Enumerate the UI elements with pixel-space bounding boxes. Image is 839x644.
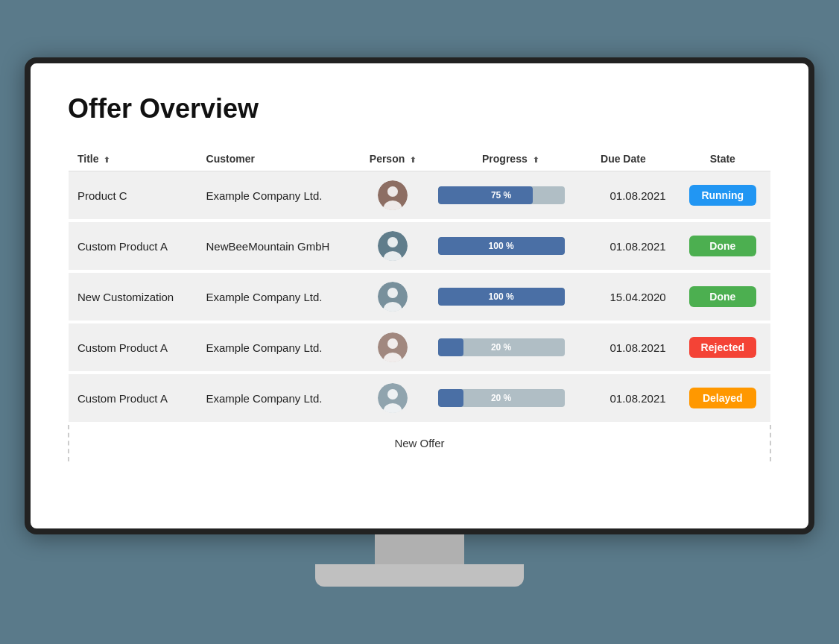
new-offer-row[interactable]: New Offer — [69, 423, 770, 463]
avatar — [378, 282, 408, 312]
col-title: Title ⬆ — [69, 147, 197, 171]
cell-person — [356, 322, 428, 373]
state-badge: Delayed — [689, 388, 756, 408]
cell-title: Custom Product A — [69, 221, 197, 271]
progress-label: 20 % — [491, 342, 511, 353]
col-person: Person ⬆ — [356, 147, 428, 171]
cell-due-date: 01.08.2021 — [592, 171, 675, 221]
cell-customer: Example Company Ltd. — [197, 322, 357, 373]
state-badge: Rejected — [689, 337, 756, 358]
progress-bar-container: 75 % — [438, 186, 565, 204]
cell-title: Custom Product A — [69, 322, 197, 373]
svg-point-7 — [387, 288, 398, 298]
cell-state: Rejected — [675, 322, 770, 373]
cell-title: New Customization — [69, 271, 197, 322]
progress-bar-fill — [438, 338, 463, 356]
cell-customer: Example Company Ltd. — [197, 373, 357, 423]
table-row[interactable]: Custom Product A Example Company Ltd. 20… — [69, 373, 770, 423]
table-row[interactable]: Custom Product A NewBeeMountain GmbH 100… — [69, 221, 770, 271]
progress-label: 100 % — [489, 291, 514, 302]
progress-bar-container: 20 % — [438, 389, 565, 407]
col-customer: Customer — [197, 147, 357, 171]
cell-state: Done — [675, 221, 770, 271]
cell-progress: 100 % — [429, 271, 592, 322]
cell-progress: 100 % — [429, 221, 592, 271]
sort-icon-person: ⬆ — [410, 156, 416, 164]
monitor-stand-base — [315, 564, 524, 587]
cell-customer: NewBeeMountain GmbH — [197, 221, 357, 271]
cell-customer: Example Company Ltd. — [197, 171, 357, 221]
table-row[interactable]: Product C Example Company Ltd. 75 % 01.0… — [69, 171, 770, 221]
cell-progress: 20 % — [429, 373, 592, 423]
sort-icon-title: ⬆ — [104, 156, 110, 164]
col-progress: Progress ⬆ — [429, 147, 592, 171]
avatar — [378, 231, 408, 261]
progress-bar-fill — [438, 389, 463, 407]
monitor-wrapper: Offer Overview Title ⬆ Customer Person ⬆ — [25, 57, 814, 587]
new-offer-cell[interactable]: New Offer — [69, 423, 770, 463]
svg-point-1 — [387, 186, 398, 197]
cell-person — [356, 171, 428, 221]
col-due-date: Due Date — [592, 147, 675, 171]
cell-due-date: 01.08.2021 — [592, 221, 675, 271]
sort-icon-progress: ⬆ — [533, 156, 539, 164]
cell-title: Custom Product A — [69, 373, 197, 423]
cell-person — [356, 221, 428, 271]
progress-label: 20 % — [491, 393, 511, 403]
svg-point-4 — [387, 237, 398, 247]
table-row[interactable]: Custom Product A Example Company Ltd. 20… — [69, 322, 770, 373]
monitor-stand-neck — [375, 534, 464, 564]
svg-point-13 — [387, 389, 398, 400]
progress-label: 100 % — [489, 241, 514, 251]
cell-due-date: 15.04.2020 — [592, 271, 675, 322]
cell-due-date: 01.08.2021 — [592, 373, 675, 423]
page-title: Offer Overview — [68, 93, 771, 124]
cell-customer: Example Company Ltd. — [197, 271, 357, 322]
cell-person — [356, 271, 428, 322]
cell-due-date: 01.08.2021 — [592, 322, 675, 373]
cell-title: Product C — [69, 171, 197, 221]
avatar — [378, 332, 408, 362]
cell-state: Running — [675, 171, 770, 221]
avatar — [378, 180, 408, 210]
progress-bar-container: 100 % — [438, 288, 565, 306]
monitor-screen: Offer Overview Title ⬆ Customer Person ⬆ — [25, 57, 814, 534]
col-state: State — [675, 147, 770, 171]
avatar — [378, 383, 408, 413]
state-badge: Done — [689, 286, 756, 307]
cell-person — [356, 373, 428, 423]
progress-bar-container: 20 % — [438, 338, 565, 356]
cell-progress: 75 % — [429, 171, 592, 221]
cell-state: Delayed — [675, 373, 770, 423]
state-badge: Running — [689, 185, 756, 206]
progress-bar-fill — [438, 186, 534, 204]
table-header-row: Title ⬆ Customer Person ⬆ Progress ⬆ — [69, 147, 770, 171]
table-row[interactable]: New Customization Example Company Ltd. 1… — [69, 271, 770, 322]
cell-state: Done — [675, 271, 770, 322]
cell-progress: 20 % — [429, 322, 592, 373]
progress-label: 75 % — [491, 190, 511, 201]
progress-bar-container: 100 % — [438, 237, 565, 255]
offers-table: Title ⬆ Customer Person ⬆ Progress ⬆ — [68, 147, 771, 464]
state-badge: Done — [689, 236, 756, 256]
svg-point-10 — [387, 338, 398, 349]
